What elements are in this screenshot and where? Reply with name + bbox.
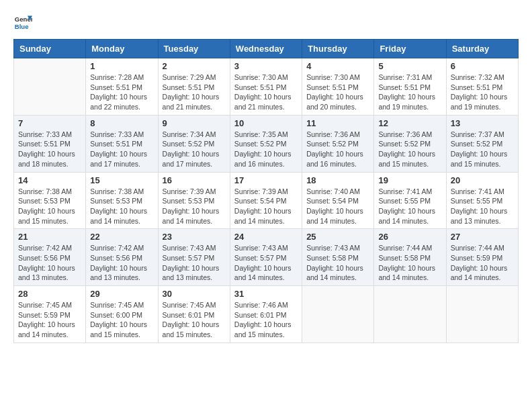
calendar-day-cell: 26Sunrise: 7:44 AMSunset: 5:58 PMDayligh… [374,229,446,286]
calendar-day-cell: 24Sunrise: 7:43 AMSunset: 5:57 PMDayligh… [230,229,302,286]
calendar-day-cell: 10Sunrise: 7:35 AMSunset: 5:52 PMDayligh… [230,115,302,172]
day-number: 1 [90,61,153,71]
page-header: General Blue [13,13,519,32]
day-number: 11 [306,118,369,128]
day-number: 25 [306,232,369,242]
day-info: Sunrise: 7:29 AMSunset: 5:51 PMDaylight:… [163,73,226,112]
calendar-day-cell: 7Sunrise: 7:33 AMSunset: 5:51 PMDaylight… [14,115,86,172]
day-number: 5 [378,61,441,71]
day-info: Sunrise: 7:40 AMSunset: 5:54 PMDaylight:… [306,187,369,226]
calendar-day-cell: 23Sunrise: 7:43 AMSunset: 5:57 PMDayligh… [158,229,230,286]
day-info: Sunrise: 7:43 AMSunset: 5:58 PMDaylight:… [306,243,369,283]
day-info: Sunrise: 7:33 AMSunset: 5:51 PMDaylight:… [18,130,81,169]
day-info: Sunrise: 7:45 AMSunset: 5:59 PMDaylight:… [18,300,81,340]
day-info: Sunrise: 7:38 AMSunset: 5:53 PMDaylight:… [18,187,81,226]
day-info: Sunrise: 7:41 AMSunset: 5:55 PMDaylight:… [451,187,514,226]
logo: General Blue [13,13,35,32]
day-number: 2 [163,61,226,71]
day-number: 4 [306,61,369,71]
day-number: 16 [163,175,226,185]
calendar-day-cell: 19Sunrise: 7:41 AMSunset: 5:55 PMDayligh… [374,172,446,229]
calendar-day-cell: 22Sunrise: 7:42 AMSunset: 5:56 PMDayligh… [86,229,158,286]
calendar-week-row: 14Sunrise: 7:38 AMSunset: 5:53 PMDayligh… [14,172,519,229]
day-number: 28 [18,289,81,299]
day-info: Sunrise: 7:41 AMSunset: 5:55 PMDaylight:… [378,187,441,226]
day-number: 13 [451,118,514,128]
calendar-day-cell: 21Sunrise: 7:42 AMSunset: 5:56 PMDayligh… [14,229,86,286]
calendar-day-cell: 14Sunrise: 7:38 AMSunset: 5:53 PMDayligh… [14,172,86,229]
calendar-day-cell: 18Sunrise: 7:40 AMSunset: 5:54 PMDayligh… [302,172,374,229]
calendar-week-row: 1Sunrise: 7:28 AMSunset: 5:51 PMDaylight… [14,58,519,116]
day-info: Sunrise: 7:33 AMSunset: 5:51 PMDaylight:… [90,130,153,169]
calendar-week-row: 28Sunrise: 7:45 AMSunset: 5:59 PMDayligh… [14,286,519,343]
day-info: Sunrise: 7:30 AMSunset: 5:51 PMDaylight:… [234,73,298,112]
day-info: Sunrise: 7:35 AMSunset: 5:52 PMDaylight:… [234,130,298,169]
day-info: Sunrise: 7:38 AMSunset: 5:53 PMDaylight:… [90,187,153,226]
calendar-day-cell [446,286,518,343]
day-number: 31 [234,289,298,299]
calendar-day-cell: 5Sunrise: 7:31 AMSunset: 5:51 PMDaylight… [374,58,446,116]
day-info: Sunrise: 7:28 AMSunset: 5:51 PMDaylight:… [90,73,153,112]
day-number: 24 [234,232,298,242]
day-number: 18 [306,175,369,185]
svg-text:Blue: Blue [15,23,29,30]
day-number: 9 [163,118,226,128]
weekday-header-monday: Monday [86,40,158,58]
calendar-day-cell: 8Sunrise: 7:33 AMSunset: 5:51 PMDaylight… [86,115,158,172]
weekday-header-thursday: Thursday [302,40,374,58]
day-number: 23 [163,232,226,242]
weekday-header-wednesday: Wednesday [230,40,302,58]
calendar-day-cell: 30Sunrise: 7:45 AMSunset: 6:01 PMDayligh… [158,286,230,343]
day-info: Sunrise: 7:37 AMSunset: 5:52 PMDaylight:… [451,130,514,169]
logo-icon: General Blue [13,13,32,32]
day-info: Sunrise: 7:42 AMSunset: 5:56 PMDaylight:… [90,243,153,283]
day-number: 10 [234,118,298,128]
calendar-day-cell [302,286,374,343]
day-info: Sunrise: 7:39 AMSunset: 5:53 PMDaylight:… [163,187,226,226]
day-number: 22 [90,232,153,242]
day-info: Sunrise: 7:44 AMSunset: 5:59 PMDaylight:… [451,243,514,283]
calendar-day-cell: 11Sunrise: 7:36 AMSunset: 5:52 PMDayligh… [302,115,374,172]
calendar-day-cell: 20Sunrise: 7:41 AMSunset: 5:55 PMDayligh… [446,172,518,229]
calendar-day-cell: 1Sunrise: 7:28 AMSunset: 5:51 PMDaylight… [86,58,158,116]
day-info: Sunrise: 7:31 AMSunset: 5:51 PMDaylight:… [378,73,441,112]
day-number: 26 [378,232,441,242]
day-info: Sunrise: 7:36 AMSunset: 5:52 PMDaylight:… [306,130,369,169]
calendar-day-cell: 29Sunrise: 7:45 AMSunset: 6:00 PMDayligh… [86,286,158,343]
day-info: Sunrise: 7:42 AMSunset: 5:56 PMDaylight:… [18,243,81,283]
day-info: Sunrise: 7:44 AMSunset: 5:58 PMDaylight:… [378,243,441,283]
calendar-day-cell: 2Sunrise: 7:29 AMSunset: 5:51 PMDaylight… [158,58,230,116]
day-number: 7 [18,118,81,128]
day-number: 30 [163,289,226,299]
day-number: 12 [378,118,441,128]
day-info: Sunrise: 7:46 AMSunset: 6:01 PMDaylight:… [234,300,298,340]
calendar-day-cell: 9Sunrise: 7:34 AMSunset: 5:52 PMDaylight… [158,115,230,172]
day-number: 15 [90,175,153,185]
day-info: Sunrise: 7:39 AMSunset: 5:54 PMDaylight:… [234,187,298,226]
calendar-table: SundayMondayTuesdayWednesdayThursdayFrid… [13,39,519,343]
calendar-day-cell: 3Sunrise: 7:30 AMSunset: 5:51 PMDaylight… [230,58,302,116]
day-number: 29 [90,289,153,299]
day-info: Sunrise: 7:43 AMSunset: 5:57 PMDaylight:… [234,243,298,283]
day-info: Sunrise: 7:45 AMSunset: 6:00 PMDaylight:… [90,300,153,340]
calendar-day-cell: 16Sunrise: 7:39 AMSunset: 5:53 PMDayligh… [158,172,230,229]
day-number: 20 [451,175,514,185]
calendar-day-cell: 31Sunrise: 7:46 AMSunset: 6:01 PMDayligh… [230,286,302,343]
weekday-header-saturday: Saturday [446,40,518,58]
day-info: Sunrise: 7:32 AMSunset: 5:51 PMDaylight:… [451,73,514,112]
day-info: Sunrise: 7:36 AMSunset: 5:52 PMDaylight:… [378,130,441,169]
calendar-day-cell: 13Sunrise: 7:37 AMSunset: 5:52 PMDayligh… [446,115,518,172]
calendar-day-cell [14,58,86,116]
day-info: Sunrise: 7:43 AMSunset: 5:57 PMDaylight:… [163,243,226,283]
calendar-day-cell: 12Sunrise: 7:36 AMSunset: 5:52 PMDayligh… [374,115,446,172]
calendar-day-cell: 28Sunrise: 7:45 AMSunset: 5:59 PMDayligh… [14,286,86,343]
day-number: 8 [90,118,153,128]
weekday-header-sunday: Sunday [14,40,86,58]
day-number: 27 [451,232,514,242]
day-number: 21 [18,232,81,242]
calendar-day-cell: 4Sunrise: 7:30 AMSunset: 5:51 PMDaylight… [302,58,374,116]
calendar-day-cell: 25Sunrise: 7:43 AMSunset: 5:58 PMDayligh… [302,229,374,286]
calendar-week-row: 7Sunrise: 7:33 AMSunset: 5:51 PMDaylight… [14,115,519,172]
weekday-header-tuesday: Tuesday [158,40,230,58]
calendar-header-row: SundayMondayTuesdayWednesdayThursdayFrid… [14,40,519,58]
